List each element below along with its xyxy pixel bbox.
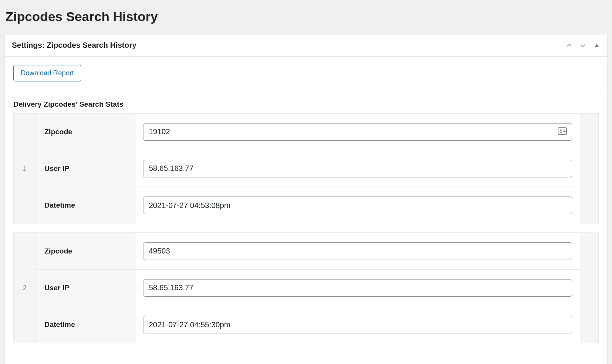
record-fields: Zipcode xyxy=(36,114,580,224)
field-label-userip: User IP xyxy=(36,270,135,306)
record-row: 2 Zipcode User IP xyxy=(13,232,599,343)
datetime-input[interactable] xyxy=(143,316,572,333)
record-fields: Zipcode User IP Datetime xyxy=(36,233,580,343)
field-value-datetime xyxy=(135,316,580,333)
move-up-icon[interactable] xyxy=(566,42,573,49)
field-value-userip xyxy=(135,279,580,297)
zipcode-input[interactable] xyxy=(143,242,572,260)
record-index: 2 xyxy=(14,233,36,343)
field-row-userip: User IP xyxy=(36,150,580,187)
field-row-datetime: Datetime xyxy=(36,306,580,343)
download-report-button[interactable]: Download Report xyxy=(13,65,81,81)
field-label-datetime: Datetime xyxy=(36,306,135,343)
field-row-userip: User IP xyxy=(36,270,580,306)
record-row: 1 Zipcode xyxy=(13,113,599,224)
records-container: 1 Zipcode xyxy=(5,113,607,364)
userip-input[interactable] xyxy=(143,160,572,177)
zipcode-input[interactable] xyxy=(143,123,572,141)
field-value-datetime xyxy=(135,197,580,214)
field-label-userip: User IP xyxy=(36,150,135,187)
field-value-zipcode xyxy=(135,242,580,260)
field-row-zipcode: Zipcode xyxy=(36,114,580,150)
field-value-zipcode xyxy=(135,123,580,141)
metabox-header: Settings: Zipcodes Search History xyxy=(5,34,607,57)
field-label-zipcode: Zipcode xyxy=(36,233,135,269)
page-root: Zipcodes Search History Settings: Zipcod… xyxy=(0,0,612,364)
field-value-userip xyxy=(135,160,580,177)
svg-marker-0 xyxy=(595,44,599,47)
datetime-input[interactable] xyxy=(143,197,572,214)
move-down-icon[interactable] xyxy=(579,42,586,49)
metabox-header-icons xyxy=(566,42,600,49)
field-row-datetime: Datetime xyxy=(36,187,580,224)
metabox: Settings: Zipcodes Search History Downlo… xyxy=(5,34,607,364)
zipcode-input-wrap xyxy=(143,123,572,141)
metabox-header-title: Settings: Zipcodes Search History xyxy=(12,41,566,50)
record-index: 1 xyxy=(14,114,36,224)
page-title: Zipcodes Search History xyxy=(5,9,608,24)
stats-title: Delivery Zipcodes' Search Stats xyxy=(13,100,607,109)
toggle-panel-icon[interactable] xyxy=(593,42,600,49)
download-report-wrap: Download Report xyxy=(5,57,607,91)
field-label-datetime: Datetime xyxy=(36,187,135,224)
userip-input[interactable] xyxy=(143,279,572,297)
record-drag-handle[interactable] xyxy=(580,114,598,224)
record-drag-handle[interactable] xyxy=(580,233,598,343)
field-label-zipcode: Zipcode xyxy=(36,114,135,150)
field-row-zipcode: Zipcode xyxy=(36,233,580,270)
